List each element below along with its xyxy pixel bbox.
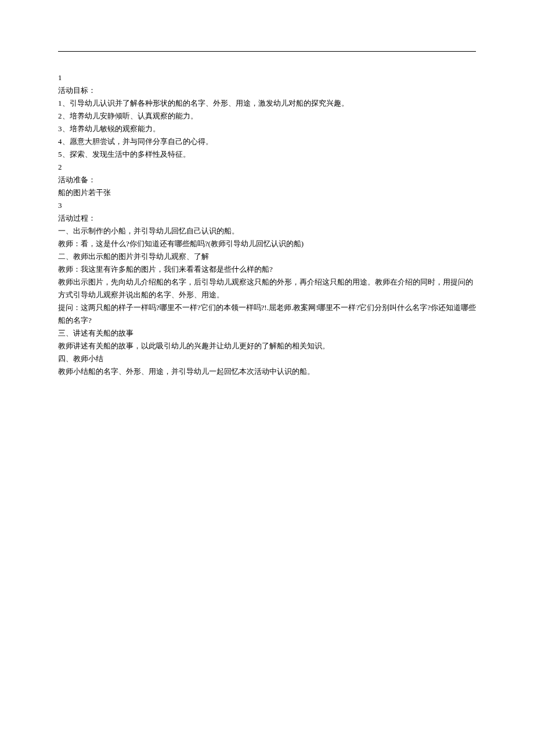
section-3-line: 一、出示制作的小船，并引导幼儿回忆自己认识的船。 [58,225,476,237]
section-2-number: 2 [58,161,476,174]
section-3-line: 三、讲述有关船的故事 [58,327,476,340]
section-1-number: 1 [58,71,476,84]
section-1-title: 活动目标： [58,84,476,97]
section-3-number: 3 [58,199,476,212]
top-divider [58,51,476,52]
section-3-line: 教师小结船的名字、外形、用途，并引导幼儿一起回忆本次活动中认识的船。 [58,365,476,378]
section-2-title: 活动准备： [58,174,476,186]
section-3-line: 教师：我这里有许多船的图片，我们来看看这都是些什么样的船? [58,263,476,276]
document-page: 1 活动目标： 1、引导幼儿认识并了解各种形状的船的名字、外形、用途，激发幼儿对… [0,0,534,378]
section-3-title: 活动过程： [58,212,476,225]
section-2-content: 船的图片若干张 [58,186,476,199]
section-1-item: 2、培养幼儿安静倾听、认真观察的能力。 [58,110,476,123]
section-1-item: 1、引导幼儿认识并了解各种形状的船的名字、外形、用途，激发幼儿对船的探究兴趣。 [58,97,476,110]
section-1-item: 5、探索、发现生活中的多样性及特征。 [58,148,476,161]
section-3-line: 教师：看，这是什么?你们知道还有哪些船吗?(教师引导幼儿回忆认识的船) [58,237,476,250]
section-3-line: 提问：这两只船的样子一样吗?哪里不一样?它们的本领一样吗?!.屈老师.教案网!哪… [58,301,476,327]
section-3-line: 二、教师出示船的图片并引导幼儿观察、了解 [58,250,476,263]
section-3-line: 四、教师小结 [58,352,476,365]
section-1-item: 3、培养幼儿敏锐的观察能力。 [58,123,476,135]
section-3-line: 教师出示图片，先向幼儿介绍船的名字，后引导幼儿观察这只船的外形，再介绍这只船的用… [58,276,476,301]
section-3-line: 教师讲述有关船的故事，以此吸引幼儿的兴趣并让幼儿更好的了解船的相关知识。 [58,340,476,352]
section-1-item: 4、愿意大胆尝试，并与同伴分享自己的心得。 [58,135,476,148]
